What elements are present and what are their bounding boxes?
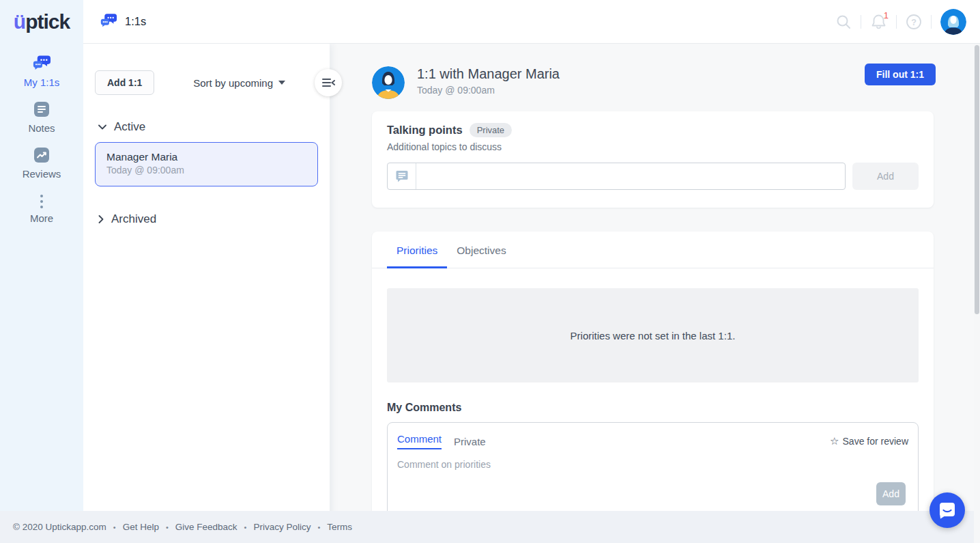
meeting-list-item[interactable]: Manager Maria Today @ 09:00am bbox=[95, 142, 318, 186]
sidebar-item-label: My 1:1s bbox=[24, 76, 60, 88]
manager-avatar bbox=[372, 66, 405, 99]
separator-dot: • bbox=[244, 523, 247, 531]
save-for-review-toggle[interactable]: ☆ Save for review bbox=[830, 435, 908, 447]
trend-chart-icon bbox=[34, 148, 49, 165]
separator-dot: • bbox=[166, 523, 169, 531]
comment-input[interactable] bbox=[397, 459, 755, 486]
sidebar-item-label: More bbox=[30, 212, 53, 224]
chat-support-button[interactable] bbox=[929, 492, 965, 528]
main-content: 1:1 with Manager Maria Today @ 09:00am F… bbox=[330, 44, 980, 543]
chat-bubbles-icon bbox=[100, 13, 117, 31]
help-icon[interactable]: ? bbox=[906, 14, 922, 30]
footer-link-get-help[interactable]: Get Help bbox=[123, 522, 159, 532]
talking-point-input-group bbox=[387, 163, 846, 190]
divider bbox=[896, 15, 897, 29]
sidebar-item-label: Reviews bbox=[23, 168, 61, 180]
priorities-empty-message: Priorities were not set in the last 1:1. bbox=[571, 330, 736, 342]
divider bbox=[861, 15, 861, 29]
meeting-time: Today @ 09:00am bbox=[106, 165, 306, 176]
top-bar-actions: 1 ? bbox=[835, 9, 980, 35]
talking-point-add-button[interactable]: Add bbox=[852, 163, 919, 190]
top-bar: 1:1s 1 ? bbox=[83, 0, 980, 44]
talking-points-card: Talking points Private Additional topics… bbox=[372, 111, 934, 208]
talking-points-title: Talking points bbox=[387, 124, 463, 137]
top-bar-left: 1:1s bbox=[83, 13, 146, 31]
my-comments-heading: My Comments bbox=[387, 402, 919, 414]
footer-link-give-feedback[interactable]: Give Feedback bbox=[175, 522, 237, 532]
section-label: Active bbox=[114, 120, 145, 134]
sidebar-nav: My 1:1s Notes Reviews bbox=[0, 48, 83, 231]
separator-dot: • bbox=[317, 523, 320, 531]
comment-add-button[interactable]: Add bbox=[876, 482, 906, 505]
collapse-panel-button[interactable] bbox=[315, 69, 342, 96]
private-badge: Private bbox=[470, 123, 512, 137]
user-avatar[interactable] bbox=[940, 9, 966, 35]
vertical-ellipsis-icon bbox=[40, 193, 43, 210]
tab-private[interactable]: Private bbox=[454, 436, 486, 447]
search-icon[interactable] bbox=[835, 14, 852, 30]
meeting-header-text: 1:1 with Manager Maria Today @ 09:00am bbox=[417, 66, 560, 99]
copyright-text: © 2020 Uptickapp.com bbox=[13, 522, 106, 532]
footer-link-terms[interactable]: Terms bbox=[327, 522, 352, 532]
add-1-1-button[interactable]: Add 1:1 bbox=[95, 70, 154, 95]
divider bbox=[931, 15, 932, 29]
sidebar-item-reviews[interactable]: Reviews bbox=[0, 141, 83, 186]
fill-out-1-1-button[interactable]: Fill out 1:1 bbox=[865, 64, 936, 85]
priorities-empty-state: Priorities were not set in the last 1:1. bbox=[387, 288, 919, 382]
scrollbar-thumb[interactable] bbox=[975, 45, 979, 314]
chevron-down-icon bbox=[98, 124, 106, 130]
caret-down-icon bbox=[278, 81, 285, 85]
meetings-list-panel: Add 1:1 Sort by upcoming Active Manager … bbox=[83, 44, 330, 543]
chevron-right-icon bbox=[98, 215, 104, 223]
footer: © 2020 Uptickapp.com • Get Help • Give F… bbox=[0, 511, 980, 543]
collapse-icon bbox=[321, 77, 335, 88]
svg-text:?: ? bbox=[911, 17, 917, 27]
uptick-logo[interactable]: üptick bbox=[0, 0, 83, 44]
sidebar-item-more[interactable]: More bbox=[0, 186, 83, 231]
tab-comment[interactable]: Comment bbox=[397, 433, 442, 449]
panel-toolbar: Add 1:1 Sort by upcoming bbox=[95, 70, 318, 95]
sort-label: Sort by upcoming bbox=[193, 77, 273, 89]
meeting-title: 1:1 with Manager Maria bbox=[417, 66, 560, 82]
page-title: 1:1s bbox=[125, 15, 146, 28]
talking-point-input[interactable] bbox=[416, 163, 845, 189]
comment-bubble-icon bbox=[388, 163, 416, 189]
sort-dropdown[interactable]: Sort by upcoming bbox=[193, 77, 285, 89]
chat-bubbles-icon bbox=[33, 55, 51, 74]
chat-smile-icon bbox=[938, 501, 957, 520]
notes-icon bbox=[34, 102, 49, 120]
separator-dot: • bbox=[113, 523, 116, 531]
section-label: Archived bbox=[111, 212, 156, 226]
section-archived-toggle[interactable]: Archived bbox=[98, 212, 156, 226]
scrollbar-track bbox=[974, 44, 980, 543]
logo-text: ptick bbox=[25, 10, 70, 33]
priorities-tabs: Priorities Objectives bbox=[372, 232, 934, 268]
sidebar: üptick My 1:1s bbox=[0, 0, 83, 543]
notifications-bell-icon[interactable]: 1 bbox=[870, 13, 887, 31]
sidebar-item-label: Notes bbox=[28, 122, 55, 134]
star-icon: ☆ bbox=[830, 435, 839, 447]
save-for-review-label: Save for review bbox=[843, 436, 908, 447]
footer-link-privacy-policy[interactable]: Privacy Policy bbox=[253, 522, 311, 532]
logo-accent-letter: ü bbox=[14, 10, 25, 33]
tab-objectives[interactable]: Objectives bbox=[447, 232, 515, 268]
meeting-name: Manager Maria bbox=[106, 151, 306, 163]
talking-points-description: Additional topics to discuss bbox=[387, 141, 919, 152]
tab-priorities[interactable]: Priorities bbox=[387, 232, 447, 268]
meeting-subtitle: Today @ 09:00am bbox=[417, 85, 560, 96]
meeting-header: 1:1 with Manager Maria Today @ 09:00am bbox=[372, 66, 560, 99]
sidebar-item-notes[interactable]: Notes bbox=[0, 95, 83, 141]
notification-badge: 1 bbox=[884, 10, 889, 20]
sidebar-item-my-1-1s[interactable]: My 1:1s bbox=[0, 48, 83, 95]
priorities-card: Priorities Objectives Priorities were no… bbox=[372, 232, 934, 543]
section-active-toggle[interactable]: Active bbox=[98, 120, 145, 134]
